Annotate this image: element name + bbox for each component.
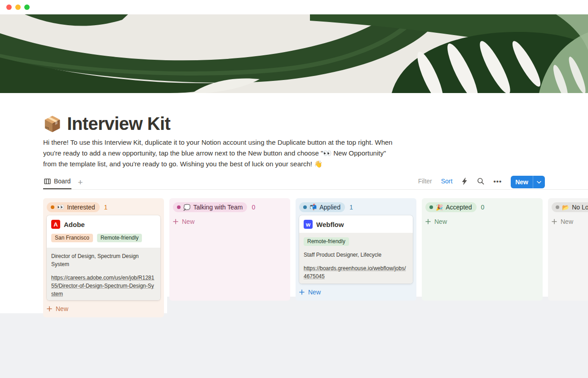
card-header: AAdobe	[47, 215, 160, 233]
column-status-pill[interactable]: 📂No Lon	[552, 202, 588, 212]
column-status-pill[interactable]: 💭Talking with Team	[173, 202, 247, 212]
column-header: 📬Applied1	[296, 198, 416, 213]
cover-image	[0, 14, 588, 93]
column-count: 0	[252, 204, 255, 211]
plus-icon	[173, 219, 178, 224]
column-new-button[interactable]: New	[548, 213, 588, 230]
tab-board[interactable]: Board	[43, 178, 71, 189]
page-title-row: 📦 Interview Kit	[43, 114, 545, 133]
board-column: 👀Interested1AAdobeSan FranciscoRemote-fr…	[43, 198, 164, 317]
card-tags: Remote-friendly	[304, 237, 408, 246]
page-description: Hi there! To use this Interview Kit, dup…	[43, 137, 393, 169]
card-preview: Director of Design, Spectrum Design Syst…	[47, 248, 160, 300]
webflow-logo-icon: w	[304, 220, 313, 229]
column-status-pill[interactable]: 📬Applied	[299, 202, 345, 212]
status-dot-icon	[51, 205, 54, 209]
more-options-icon[interactable]: •••	[493, 178, 502, 185]
kanban-card[interactable]: AAdobeSan FranciscoRemote-friendlyDirect…	[47, 215, 160, 300]
plus-icon	[299, 289, 305, 295]
card-preview: Remote-friendlyStaff Product Designer, L…	[299, 233, 413, 284]
status-emoji-icon: 👀	[57, 204, 64, 210]
page-body: 📦 Interview Kit Hi there! To use this In…	[0, 93, 588, 297]
card-job-title: Director of Design, Spectrum Design Syst…	[51, 252, 156, 268]
new-button[interactable]: New	[511, 176, 533, 188]
kanban-board: 👀Interested1AAdobeSan FranciscoRemote-fr…	[0, 190, 588, 317]
column-new-label: New	[434, 218, 447, 225]
kanban-card[interactable]: wWebflowRemote-friendlyStaff Product Des…	[299, 215, 413, 284]
column-new-label: New	[308, 289, 321, 296]
status-emoji-icon: 📬	[309, 204, 317, 210]
status-dot-icon	[556, 205, 559, 209]
plus-icon	[425, 219, 431, 224]
card-title: Adobe	[64, 221, 85, 228]
page-title[interactable]: Interview Kit	[67, 114, 170, 133]
status-emoji-icon: 🎉	[436, 205, 443, 210]
add-view-button[interactable]: +	[78, 179, 83, 189]
card-job-link[interactable]: https://careers.adobe.com/us/en/job/R128…	[51, 274, 156, 298]
status-emoji-icon: 📂	[562, 205, 569, 210]
column-header: 📂No Lon	[548, 198, 588, 213]
card-header: wWebflow	[299, 215, 413, 233]
adobe-logo-icon: A	[51, 220, 60, 229]
column-label: No Lon	[572, 204, 588, 211]
card-title: Webflow	[316, 221, 344, 228]
lightning-icon[interactable]	[461, 178, 468, 185]
minimize-button[interactable]	[15, 4, 21, 10]
status-dot-icon	[303, 205, 307, 209]
column-new-label: New	[56, 305, 68, 312]
sort-button[interactable]: Sort	[441, 178, 453, 185]
tab-board-label: Board	[54, 178, 71, 185]
chevron-down-icon	[537, 181, 541, 184]
view-bar: Board + Filter Sort ••• New	[43, 176, 545, 189]
tag-chip: San Francisco	[51, 234, 93, 242]
new-button-dropdown[interactable]	[533, 176, 545, 188]
plus-icon	[47, 306, 52, 311]
column-status-pill[interactable]: 🎉Accepted	[425, 202, 477, 212]
column-label: Accepted	[446, 204, 472, 211]
column-header: 🎉Accepted0	[422, 198, 543, 213]
plus-icon	[552, 219, 557, 224]
board-column: 📂No LonNew	[548, 198, 588, 301]
new-button-group: New	[511, 176, 545, 188]
board-column: 🎉Accepted0New	[422, 198, 543, 301]
column-count: 1	[104, 204, 108, 211]
column-new-button[interactable]: New	[422, 213, 543, 230]
search-icon[interactable]	[477, 178, 484, 185]
column-count: 1	[349, 204, 353, 211]
column-new-label: New	[182, 218, 195, 225]
column-new-button[interactable]: New	[43, 300, 164, 317]
column-header: 💭Talking with Team0	[169, 198, 290, 213]
column-header: 👀Interested1	[43, 198, 164, 213]
column-new-label: New	[561, 218, 573, 225]
status-dot-icon	[429, 205, 433, 209]
column-label: Interested	[67, 204, 95, 211]
card-job-title: Staff Product Designer, Lifecycle	[304, 251, 408, 259]
window-titlebar	[0, 0, 588, 14]
status-dot-icon	[177, 205, 181, 209]
column-label: Applied	[319, 204, 340, 211]
card-tags: San FranciscoRemote-friendly	[47, 233, 160, 248]
board-column: 📬Applied1wWebflowRemote-friendlyStaff Pr…	[296, 198, 416, 301]
column-label: Talking with Team	[193, 204, 243, 211]
tag-chip: Remote-friendly	[97, 234, 142, 242]
column-new-button[interactable]: New	[296, 284, 416, 301]
zoom-button[interactable]	[24, 4, 30, 10]
status-emoji-icon: 💭	[183, 205, 190, 210]
board-column: 💭Talking with Team0New	[169, 198, 290, 301]
card-job-link[interactable]: https://boards.greenhouse.io/webflow/job…	[304, 264, 408, 280]
board-view-icon	[44, 178, 51, 185]
page-icon[interactable]: 📦	[43, 116, 62, 131]
column-status-pill[interactable]: 👀Interested	[47, 202, 100, 212]
close-button[interactable]	[6, 4, 12, 10]
column-new-button[interactable]: New	[169, 213, 290, 230]
column-count: 0	[481, 204, 485, 211]
filter-button[interactable]: Filter	[418, 178, 432, 185]
tag-chip: Remote-friendly	[304, 237, 349, 246]
